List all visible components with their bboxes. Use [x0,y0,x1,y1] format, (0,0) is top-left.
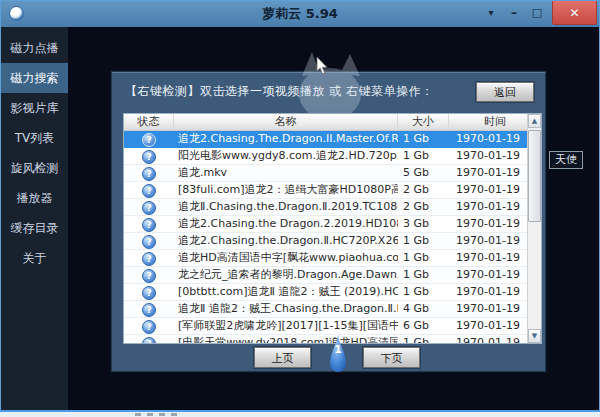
size-cell: 1 Gb [398,131,449,147]
question-status-icon: ? [142,303,156,317]
time-cell: 1970-01-19 [449,284,527,300]
close-button[interactable]: ✕ [552,0,597,25]
question-status-icon: ? [142,320,156,334]
table-row[interactable]: ? [0btbtt.com]追龙Ⅱ 追龍2：贼王 (2019).HC108...… [124,284,527,301]
sidebar-item-yingshi-pianku[interactable]: 影视片库 [1,93,68,123]
table-row[interactable]: ? 追龙2.Chasing.The.Dragon.II.Master.Of.Ra… [124,131,527,148]
status-cell: ? [124,250,174,266]
question-status-icon: ? [142,235,156,249]
time-cell: 1970-01-19 [449,318,527,334]
column-header-name[interactable]: 名称 [174,114,398,130]
taskbar-strip [0,412,600,417]
size-cell: 2 Gb [398,182,449,198]
scroll-down-icon[interactable]: ▼ [528,329,541,343]
time-cell: 1970-01-19 [449,250,527,266]
table-row[interactable]: ? 追龙.mkv 5 Gb 1970-01-19 [124,165,527,182]
question-status-icon: ? [142,133,156,147]
minimize-button[interactable]: – [503,0,525,25]
size-cell: 1 Gb [398,335,449,343]
status-cell: ? [124,199,174,215]
sidebar-item-huancun-mulu[interactable]: 缓存目录 [1,213,68,243]
column-header-size[interactable]: 大小 [398,114,449,130]
taskbar-icons [135,413,177,416]
name-cell: 阳光电影www.ygdy8.com.追龙2.HD.720p.国语... [174,148,398,164]
titlebar: 萝莉云 5.94 ▾ – □ ✕ [0,0,600,27]
return-button[interactable]: 返回 [476,82,534,102]
status-cell: ? [124,267,174,283]
vertical-scrollbar[interactable]: ▲ ▼ [527,114,541,343]
name-cell: [0btbtt.com]追龙Ⅱ 追龍2：贼王 (2019).HC108... [174,284,398,300]
sidebar-item-cili-sousuo[interactable]: 磁力搜索 [1,63,68,93]
dialog-instruction: 【右键检测】双击选择一项视频播放 或 右键菜单操作： [125,83,434,100]
question-status-icon: ? [142,218,156,232]
time-cell: 1970-01-19 [449,148,527,164]
page-number: 1 [334,343,342,356]
table-row[interactable]: ? 追龙Ⅱ.Chasing.the.Dragon.Ⅱ.2019.TC1080P.… [124,199,527,216]
name-cell: [83fuli.com]追龙2：追缉大富豪HD1080P高清国... [174,182,398,198]
time-cell: 1970-01-19 [449,335,527,343]
scroll-up-icon[interactable]: ▲ [528,114,541,128]
table-row[interactable]: ? [83fuli.com]追龙2：追缉大富豪HD1080P高清国... 2 G… [124,182,527,199]
search-result-dialog: 【右键检测】双击选择一项视频播放 或 右键菜单操作： 返回 状态 名称 大小 时… [111,71,546,372]
status-cell: ? [124,131,174,147]
status-cell: ? [124,182,174,198]
sidebar-item-tv-liebiao[interactable]: TV列表 [1,123,68,153]
next-page-button[interactable]: 下页 [363,347,420,368]
table-row[interactable]: ? 追龙HD高清国语中字[飘花www.piaohua.com]... 1 Gb … [124,250,527,267]
table-row[interactable]: ? 追龙2.Chasing.the Dragon.2.2019.HD1080P.… [124,216,527,233]
time-cell: 1970-01-19 [449,182,527,198]
question-status-icon: ? [142,201,156,215]
status-cell: ? [124,165,174,181]
status-cell: ? [124,216,174,232]
name-cell: 追龙Ⅱ 追龍2：贼王.Chasing.the.Dragon.Ⅱ.HD... [174,301,398,317]
time-cell: 1970-01-19 [449,165,527,181]
status-cell: ? [124,148,174,164]
question-status-icon: ? [142,150,156,164]
sidebar-item-bofangqi[interactable]: 播放器 [1,183,68,213]
size-cell: 5 Gb [398,165,449,181]
scrollbar-thumb[interactable] [528,130,541,222]
table-row[interactable]: ? 追龙Ⅱ 追龍2：贼王.Chasing.the.Dragon.Ⅱ.HD... … [124,301,527,318]
time-cell: 1970-01-19 [449,131,527,147]
time-cell: 1970-01-19 [449,301,527,317]
name-cell: 追龙Ⅱ.Chasing.the.Dragon.Ⅱ.2019.TC1080P.x.… [174,199,398,215]
table-row[interactable]: ? [军师联盟2虎啸龙吟][2017][1-15集][国语中字][... 6 G… [124,318,527,335]
status-cell: ? [124,284,174,300]
angel-button[interactable]: 天使 [549,151,583,169]
table-body: ? 追龙2.Chasing.The.Dragon.II.Master.Of.Ra… [124,131,527,343]
question-status-icon: ? [142,337,156,343]
name-cell: 龙之纪元_追索者的黎明.Dragon.Age.Dawn.Of.T... [174,267,398,283]
table-row[interactable]: ? 追龙2.Chasing.the.Dragon.Ⅱ.HC720P.X264.A… [124,233,527,250]
size-cell: 1 Gb [398,267,449,283]
size-cell: 6 Gb [398,318,449,334]
time-cell: 1970-01-19 [449,216,527,232]
time-cell: 1970-01-19 [449,233,527,249]
name-cell: 追龙2.Chasing.the.Dragon.Ⅱ.HC720P.X264.A..… [174,233,398,249]
status-cell: ? [124,233,174,249]
column-header-status[interactable]: 状态 [124,114,174,130]
prev-page-button[interactable]: 上页 [254,347,311,368]
question-status-icon: ? [142,252,156,266]
sidebar-item-xuanfeng-jiance[interactable]: 旋风检测 [1,153,68,183]
app-window: 萝莉云 5.94 ▾ – □ ✕ 磁力点播磁力搜索影视片库TV列表旋风检测播放器… [0,0,600,417]
size-cell: 1 Gb [398,233,449,249]
window-menu-icon[interactable]: ▾ [480,0,502,25]
maximize-button[interactable]: □ [526,0,548,25]
status-cell: ? [124,318,174,334]
table-row[interactable]: ? 阳光电影www.ygdy8.com.追龙2.HD.720p.国语... 1 … [124,148,527,165]
question-status-icon: ? [142,269,156,283]
name-cell: [军师联盟2虎啸龙吟][2017][1-15集][国语中字][... [174,318,398,334]
table-row[interactable]: ? [电影天堂www.dy2018.com]追龙HD高清国语中... 1 Gb … [124,335,527,343]
sidebar-item-cili-dianbo[interactable]: 磁力点播 [1,33,68,63]
table-header: 状态 名称 大小 时间 [124,114,541,131]
name-cell: [电影天堂www.dy2018.com]追龙HD高清国语中... [174,335,398,343]
sidebar: 磁力点播磁力搜索影视片库TV列表旋风检测播放器缓存目录关于 [1,27,68,411]
size-cell: 3 Gb [398,216,449,232]
status-cell: ? [124,335,174,343]
question-status-icon: ? [142,167,156,181]
size-cell: 4 Gb [398,301,449,317]
sidebar-item-guanyu[interactable]: 关于 [1,243,68,273]
size-cell: 2 Gb [398,199,449,215]
results-table: 状态 名称 大小 时间 ? 追龙2.Chasing.The.Dragon.II.… [123,113,542,344]
table-row[interactable]: ? 龙之纪元_追索者的黎明.Dragon.Age.Dawn.Of.T... 1 … [124,267,527,284]
